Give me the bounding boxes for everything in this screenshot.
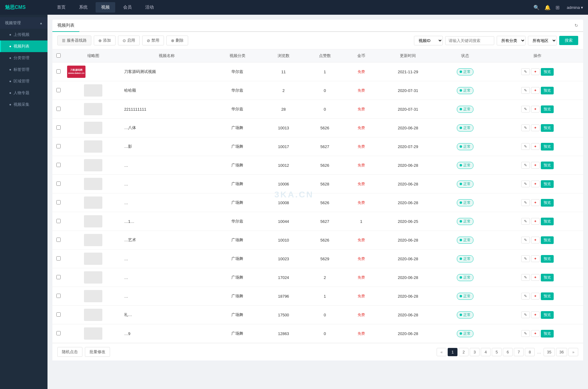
edit-btn-1[interactable]: ✎ [521,87,530,94]
preview-btn-5[interactable]: 预览 [541,162,554,169]
preview-btn-14[interactable]: 预览 [541,330,554,338]
row-checkbox-5[interactable] [56,163,61,167]
search-field-select[interactable]: 视频ID 视频名称 视频分类 [414,36,443,45]
preview-btn-11[interactable]: 预览 [541,274,554,281]
category-select[interactable]: 所有分类 华尔兹 广场舞 [497,36,525,45]
row-checkbox-7[interactable] [56,200,61,204]
page-8[interactable]: 8 [525,348,535,356]
preview-btn-4[interactable]: 预览 [541,143,554,151]
del-btn-1[interactable]: ✦ [531,87,540,94]
page-2[interactable]: 2 [459,348,469,356]
edit-btn-5[interactable]: ✎ [521,162,530,169]
edit-btn-2[interactable]: ✎ [521,106,530,113]
page-6[interactable]: 6 [503,348,513,356]
preview-btn-9[interactable]: 预览 [541,236,554,244]
page-7[interactable]: 7 [514,348,524,356]
sidebar-group-video[interactable]: 视频管理 ▲ [0,17,47,29]
row-checkbox-12[interactable] [56,294,61,298]
edit-btn-4[interactable]: ✎ [521,143,530,150]
row-checkbox-14[interactable] [56,331,61,335]
preview-btn-7[interactable]: 预览 [541,199,554,207]
row-checkbox-11[interactable] [56,275,61,279]
preview-btn-13[interactable]: 预览 [541,311,554,319]
add-btn[interactable]: ⊕ 添加 [94,36,116,45]
edit-btn-9[interactable]: ✎ [521,237,530,243]
preview-btn-3[interactable]: 预览 [541,124,554,132]
del-btn-7[interactable]: ✦ [531,199,540,206]
row-checkbox-2[interactable] [56,107,61,111]
del-btn-13[interactable]: ✦ [531,311,540,318]
row-checkbox-3[interactable] [56,125,61,130]
page-next[interactable]: » [568,348,578,356]
del-btn-14[interactable]: ✦ [531,330,540,337]
del-btn-0[interactable]: ✦ [531,68,540,75]
del-btn-6[interactable]: ✦ [531,181,540,187]
preview-btn-1[interactable]: 预览 [541,87,554,94]
del-btn-10[interactable]: ✦ [531,255,540,262]
row-checkbox-8[interactable] [56,219,61,223]
del-btn-12[interactable]: ✦ [531,293,540,299]
page-5[interactable]: 5 [492,348,502,356]
sidebar-item-person[interactable]: 人物专题 [0,87,47,99]
random-click-btn[interactable]: 随机点击 [57,347,82,357]
row-checkbox-10[interactable] [56,256,61,261]
delete-btn[interactable]: ⊗ 删除 [166,36,188,45]
sidebar-item-collect[interactable]: 视频采集 [0,99,47,110]
grid-icon[interactable]: ⊞ [556,5,560,10]
preview-btn-8[interactable]: 预览 [541,218,554,225]
edit-btn-0[interactable]: ✎ [521,68,530,75]
search-button[interactable]: 搜索 [559,36,578,45]
preview-btn-2[interactable]: 预览 [541,105,554,113]
row-checkbox-13[interactable] [56,312,61,317]
preview-btn-10[interactable]: 预览 [541,255,554,263]
refresh-button[interactable]: ↻ [573,22,579,29]
sidebar-item-tag[interactable]: 标签管理 [0,64,47,75]
nav-activity[interactable]: 活动 [140,2,159,13]
del-btn-3[interactable]: ✦ [531,124,540,131]
row-checkbox-4[interactable] [56,144,61,148]
row-checkbox-6[interactable] [56,181,61,186]
enable-btn[interactable]: ⊙ 启用 [118,36,140,45]
page-35[interactable]: 35 [544,348,555,356]
service-btn[interactable]: ☰ 服务器线路 [57,36,91,45]
page-prev[interactable]: « [437,348,446,356]
preview-btn-0[interactable]: 预览 [541,68,554,76]
nav-home[interactable]: 首页 [51,2,71,13]
batch-edit-btn[interactable]: 批量修改 [85,347,110,357]
edit-btn-11[interactable]: ✎ [521,274,530,281]
page-36[interactable]: 36 [556,348,567,356]
del-btn-9[interactable]: ✦ [531,237,540,243]
edit-btn-7[interactable]: ✎ [521,199,530,206]
edit-btn-6[interactable]: ✎ [521,181,530,187]
nav-member[interactable]: 会员 [118,2,137,13]
del-btn-11[interactable]: ✦ [531,274,540,281]
nav-video[interactable]: 视频 [96,2,115,13]
sidebar-item-upload[interactable]: 上传视频 [0,29,47,40]
page-1[interactable]: 1 [448,348,457,356]
edit-btn-10[interactable]: ✎ [521,255,530,262]
disable-btn[interactable]: ⊘ 禁用 [142,36,164,45]
page-4[interactable]: 4 [481,348,491,356]
del-btn-5[interactable]: ✦ [531,162,540,169]
bell-icon[interactable]: 🔔 [544,5,551,10]
edit-btn-3[interactable]: ✎ [521,124,530,131]
edit-btn-8[interactable]: ✎ [521,218,530,225]
edit-btn-13[interactable]: ✎ [521,311,530,318]
sidebar-item-region[interactable]: 区域管理 [0,75,47,87]
nav-system[interactable]: 系统 [74,2,93,13]
select-all-checkbox[interactable] [56,53,61,58]
del-btn-2[interactable]: ✦ [531,106,540,113]
del-btn-8[interactable]: ✦ [531,218,540,225]
del-btn-4[interactable]: ✦ [531,143,540,150]
search-icon[interactable]: 🔍 [533,5,540,10]
row-checkbox-1[interactable] [56,88,61,92]
edit-btn-14[interactable]: ✎ [521,330,530,337]
row-checkbox-0[interactable] [56,69,61,74]
sidebar-item-category[interactable]: 分类管理 [0,52,47,64]
sidebar-item-list[interactable]: 视频列表 [0,40,47,52]
search-input[interactable] [445,36,494,45]
user-menu[interactable]: admina ▾ [567,5,583,10]
region-select[interactable]: 所有地区 北京 上海 [528,36,557,45]
preview-btn-12[interactable]: 预览 [541,292,554,300]
row-checkbox-9[interactable] [56,238,61,242]
